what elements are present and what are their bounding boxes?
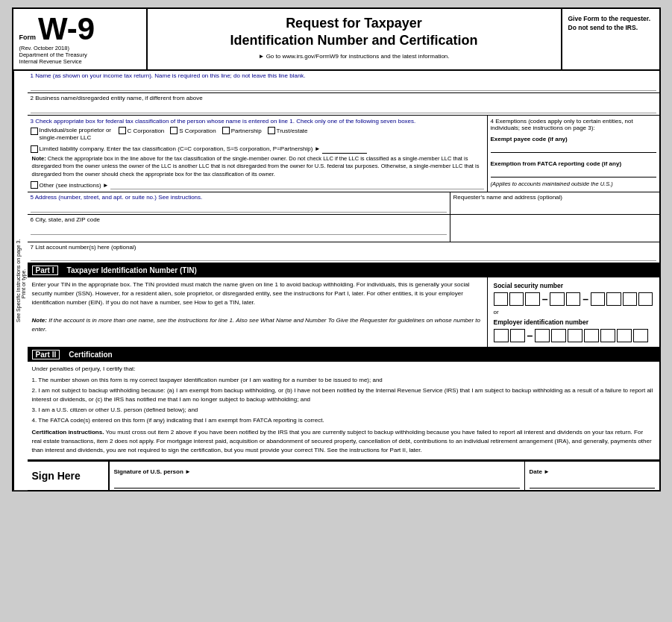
ssn-box5[interactable] [566,292,580,306]
s-corp-checkbox-item: S Corporation [170,127,216,134]
cert-item4: 4. The FATCA code(s) entered on this for… [32,416,655,425]
part1-description: Enter your TIN in the appropriate box. T… [32,281,470,306]
ssn-box2[interactable] [509,292,524,306]
part2-header: Part II Certification [28,348,659,362]
line1-input[interactable] [31,79,656,91]
trust-checkbox[interactable] [268,127,275,134]
other-row: Other (see instructions) ► [31,180,484,189]
line6-section: 6 City, state, and ZIP code [28,215,659,242]
partnership-checkbox[interactable] [222,127,230,134]
form-number: W-9 [38,13,95,45]
form-title: Request for Taxpayer Identification Numb… [154,15,555,50]
date-label: Date ► [530,468,655,475]
goto-text: ► Go to www.irs.gov/FormW9 for instructi… [154,53,555,60]
sign-middle: Signature of U.S. person ► [110,462,525,490]
sign-section: Sign Here Signature of U.S. person ► Dat… [28,460,659,490]
sign-here-label: Sign Here [32,470,104,482]
ssn-box8[interactable] [623,292,637,306]
llc-row: Limited liability company. Enter the tax… [31,145,484,154]
ssn-box9[interactable] [638,292,653,306]
line2-section: 2 Business name/disregarded entity name,… [28,93,659,116]
line4-label: 4 Exemptions (codes apply only to certai… [491,118,656,131]
ein-box1[interactable] [494,329,509,342]
ein-box4[interactable] [551,329,566,342]
exempt-payee-input[interactable] [491,142,656,153]
form-label: Form [19,34,37,41]
under-penalties: Under penalties of perjury, I certify th… [32,365,655,374]
line7-section: 7 List account number(s) here (optional) [28,242,659,263]
ssn-box1[interactable] [494,292,508,306]
llc-input[interactable] [322,145,367,154]
line6-input[interactable] [31,223,447,235]
line7-label: 7 List account number(s) here (optional) [31,244,656,251]
header-right: Give Form to the requester. Do not send … [562,9,659,69]
ein-boxes: – [494,329,653,342]
line7-input[interactable] [31,251,656,261]
requester-label: Requester's name and address (optional) [453,194,656,201]
part1-content: Enter your TIN in the appropriate box. T… [28,277,659,348]
line6-label: 6 City, state, and ZIP code [31,216,447,223]
ssn-box3[interactable] [525,292,539,306]
other-checkbox[interactable] [31,181,38,189]
requester-input2[interactable] [453,216,656,240]
line5-input[interactable] [31,201,447,213]
part1-right: Social security number – – [488,277,659,347]
other-input[interactable] [110,180,484,189]
requester-section2 [450,215,659,242]
line2-label: 2 Business name/disregarded entity name,… [31,95,656,101]
cert-item3: 3. I am a U.S. citizen or other U.S. per… [32,406,655,415]
form-header: Form W-9 (Rev. October 2018) Department … [13,9,659,71]
c-corp-checkbox[interactable] [119,127,126,134]
dept1: Department of the Treasury [19,51,140,58]
cert-instructions-text: You must cross out item 2 above if you h… [32,429,652,453]
cert-instructions: Certification instructions. You must cro… [32,428,655,455]
trust-checkbox-item: Trust/estate [268,127,308,134]
sign-left: Sign Here [28,462,110,490]
llc-checkbox[interactable] [31,145,38,153]
part1-note-text: If the account is in more than one name,… [32,317,481,333]
ein-box9[interactable] [633,329,648,342]
trust-label: Trust/estate [277,128,308,134]
line3-label: 3 Check appropriate box for federal tax … [31,118,484,125]
ein-box5[interactable] [568,329,582,342]
ssn-box7[interactable] [606,292,621,306]
fatca-input[interactable] [491,167,656,178]
ssn-box4[interactable] [550,292,564,306]
part2-content: Under penalties of perjury, I certify th… [28,362,659,460]
or-label: or [494,309,653,315]
ein-box2[interactable] [510,329,525,342]
requester-input[interactable] [453,201,656,213]
line3-content: 3 Check appropriate box for federal tax … [28,116,488,192]
exempt-payee-label: Exempt payee code (if any) [491,136,656,142]
line2-input[interactable] [31,101,656,113]
ssn-boxes: – – [494,292,653,306]
c-corp-checkbox-item: C Corporation [119,127,165,134]
individual-label: Individual/sole proprietor or single-mem… [40,127,113,142]
ein-label: Employer identification number [494,318,653,326]
checkboxes-row1: Individual/sole proprietor or single-mem… [31,127,484,142]
ssn-box6[interactable] [591,292,605,306]
signature-input[interactable] [114,477,520,489]
ein-box7[interactable] [600,329,615,342]
partnership-checkbox-item: Partnership [222,127,262,134]
fatca-label: Exemption from FATCA reporting code (if … [491,160,656,167]
ein-box8[interactable] [617,329,632,342]
sig-label: Signature of U.S. person ► [114,468,520,475]
line1-label: 1 Name (as shown on your income tax retu… [31,72,656,79]
ein-box6[interactable] [584,329,599,342]
ssn-dash2: – [582,293,588,305]
form-body: Print or type. See Specific Instructions… [13,71,659,490]
other-label: Other (see instructions) ► [40,182,109,189]
individual-checkbox[interactable] [31,128,38,135]
s-corp-label: S Corporation [179,128,216,134]
part1-note-label: Note: [32,317,47,324]
ein-box3[interactable] [535,329,550,342]
individual-checkbox-item: Individual/sole proprietor or single-mem… [31,127,113,142]
line5-label: 5 Address (number, street, and apt. or s… [31,194,447,201]
sidebar: Print or type. See Specific Instructions… [13,71,28,490]
part1-label: Part I [32,266,58,275]
ein-dash: – [527,330,533,342]
requester-section: Requester's name and address (optional) [450,192,659,214]
date-input[interactable] [530,477,655,489]
s-corp-checkbox[interactable] [170,127,178,134]
